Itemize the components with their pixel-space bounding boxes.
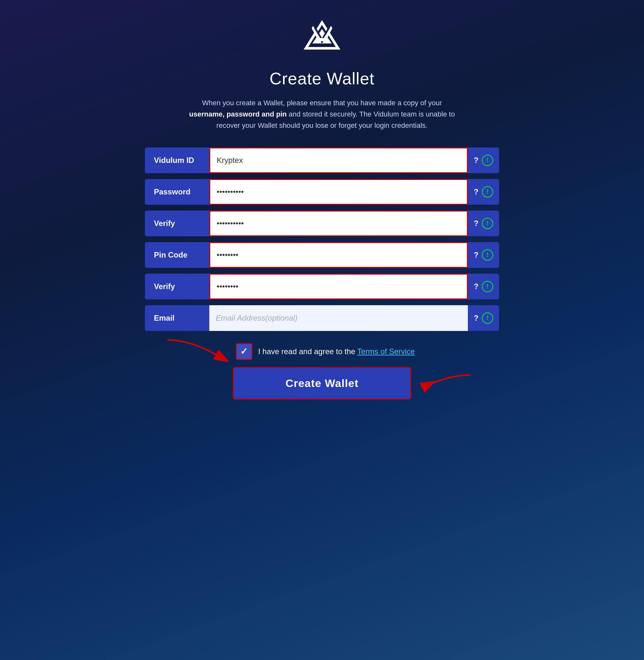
vidulum-logo xyxy=(303,19,341,58)
verify-pin-info[interactable]: ! xyxy=(482,281,493,292)
vidulum-id-help[interactable]: ? xyxy=(474,156,479,165)
right-arrow-annotation xyxy=(415,370,473,396)
pin-code-info[interactable]: ! xyxy=(482,249,493,261)
vidulum-id-input-wrapper xyxy=(209,147,468,173)
verify-password-label: Verify xyxy=(145,211,209,236)
verify-password-input-wrapper xyxy=(209,211,468,236)
vidulum-id-row: Vidulum ID ? ! xyxy=(145,147,499,173)
vidulum-id-label: Vidulum ID xyxy=(145,147,209,173)
pin-code-input[interactable] xyxy=(217,251,460,259)
verify-pin-input-wrapper xyxy=(209,274,468,300)
terms-checkbox[interactable]: ✓ xyxy=(236,343,252,360)
email-label: Email xyxy=(145,305,209,331)
pin-code-label: Pin Code xyxy=(145,242,209,268)
verify-password-row: Verify ? ! xyxy=(145,211,499,236)
pin-code-actions: ? ! xyxy=(468,242,499,268)
password-input[interactable] xyxy=(217,187,460,196)
vidulum-id-input[interactable] xyxy=(217,156,460,165)
terms-of-service-link[interactable]: Terms of Service xyxy=(358,347,415,356)
password-label: Password xyxy=(145,179,209,205)
verify-pin-input[interactable] xyxy=(217,282,460,291)
verify-password-input[interactable] xyxy=(217,219,460,228)
description-text: When you create a Wallet, please ensure … xyxy=(189,97,455,131)
verify-pin-help[interactable]: ? xyxy=(474,282,479,291)
create-wallet-button[interactable]: Create Wallet xyxy=(233,367,411,400)
email-input[interactable] xyxy=(216,313,461,323)
pin-code-row: Pin Code ? ! xyxy=(145,242,499,268)
verify-pin-row: Verify ? ! xyxy=(145,274,499,300)
left-arrow-annotation xyxy=(164,337,229,362)
pin-code-help[interactable]: ? xyxy=(474,251,479,259)
vidulum-id-info[interactable]: ! xyxy=(482,155,493,166)
email-actions: ? ! xyxy=(468,305,499,331)
verify-pin-label: Verify xyxy=(145,274,209,300)
checkmark-icon: ✓ xyxy=(240,346,248,357)
bottom-section: ✓ I have read and agree to the Terms of … xyxy=(145,333,499,412)
checkbox-row: ✓ I have read and agree to the Terms of … xyxy=(229,343,415,360)
password-help[interactable]: ? xyxy=(474,187,479,196)
form-container: Vidulum ID ? ! Password ? ! xyxy=(145,147,499,331)
vidulum-id-actions: ? ! xyxy=(468,147,499,173)
password-info[interactable]: ! xyxy=(482,186,493,198)
verify-password-help[interactable]: ? xyxy=(474,219,479,228)
pin-code-input-wrapper xyxy=(209,242,468,268)
logo-container xyxy=(303,19,341,59)
page-title: Create Wallet xyxy=(270,69,374,88)
password-actions: ? ! xyxy=(468,179,499,205)
email-info[interactable]: ! xyxy=(482,312,493,324)
email-help[interactable]: ? xyxy=(474,313,479,323)
email-row: Email ? ! xyxy=(145,305,499,331)
checkbox-label-text: I have read and agree to the Terms of Se… xyxy=(258,347,415,356)
page-container: Create Wallet When you create a Wallet, … xyxy=(145,0,499,412)
password-row: Password ? ! xyxy=(145,179,499,205)
verify-password-actions: ? ! xyxy=(468,211,499,236)
email-input-wrapper xyxy=(209,305,468,331)
verify-pin-actions: ? ! xyxy=(468,274,499,300)
password-input-wrapper xyxy=(209,179,468,205)
verify-password-info[interactable]: ! xyxy=(482,218,493,229)
